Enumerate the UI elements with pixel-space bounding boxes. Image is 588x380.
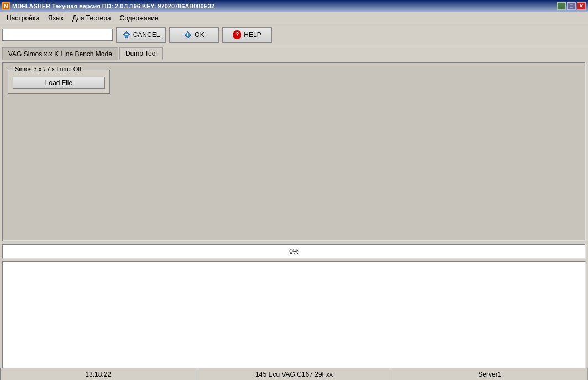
main-panel: Simos 3.x \ 7.x Immo Off Load File bbox=[0, 60, 588, 244]
app-icon: M bbox=[2, 2, 10, 10]
toolbar: CANCEL OK ? HELP bbox=[0, 24, 588, 45]
title-bar-left: M MDFLASHER Текущая версия ПО: 2.0.1.196… bbox=[2, 2, 214, 10]
close-button[interactable]: ✕ bbox=[577, 2, 586, 10]
app-window: M MDFLASHER Текущая версия ПО: 2.0.1.196… bbox=[0, 0, 588, 380]
log-area bbox=[2, 261, 586, 378]
menu-contents[interactable]: Содержание bbox=[116, 13, 163, 23]
status-time: 13:18:22 bbox=[0, 368, 196, 380]
load-file-button[interactable]: Load File bbox=[13, 77, 105, 89]
groupbox-simos-immo: Simos 3.x \ 7.x Immo Off Load File bbox=[8, 70, 110, 94]
content-wrapper: Simos 3.x \ 7.x Immo Off Load File 0% bbox=[0, 60, 588, 380]
restore-button[interactable]: □ bbox=[567, 2, 576, 10]
window-controls: _ □ ✕ bbox=[557, 2, 586, 10]
title-bar: M MDFLASHER Текущая версия ПО: 2.0.1.196… bbox=[0, 0, 588, 12]
cancel-icon bbox=[122, 30, 131, 39]
menu-bar: Настройки Язык Для Тестера Содержание bbox=[0, 12, 588, 24]
tab-dump-tool[interactable]: Dump Tool bbox=[119, 48, 163, 60]
help-button[interactable]: ? HELP bbox=[222, 27, 272, 43]
ok-button[interactable]: OK bbox=[169, 27, 219, 43]
groupbox-label: Simos 3.x \ 7.x Immo Off bbox=[13, 66, 83, 72]
help-icon: ? bbox=[233, 30, 242, 39]
ok-icon bbox=[183, 30, 192, 39]
tab-bar: VAG Simos x.x K Line Bench Mode Dump Too… bbox=[0, 45, 588, 60]
progress-area: 0% bbox=[2, 244, 586, 259]
progress-text: 0% bbox=[289, 247, 298, 255]
toolbar-input[interactable] bbox=[2, 29, 113, 41]
content-panel: Simos 3.x \ 7.x Immo Off Load File bbox=[2, 62, 586, 241]
minimize-button[interactable]: _ bbox=[557, 2, 566, 10]
cancel-button[interactable]: CANCEL bbox=[116, 27, 166, 43]
window-title: MDFLASHER Текущая версия ПО: 2.0.1.196 K… bbox=[12, 3, 214, 9]
menu-settings[interactable]: Настройки bbox=[2, 13, 44, 23]
status-ecu-info: 145 Ecu VAG C167 29Fxx bbox=[196, 368, 392, 380]
menu-tester[interactable]: Для Тестера bbox=[68, 13, 116, 23]
menu-language[interactable]: Язык bbox=[44, 13, 68, 23]
tab-vag-simos[interactable]: VAG Simos x.x K Line Bench Mode bbox=[2, 48, 118, 60]
status-bar: 13:18:22 145 Ecu VAG C167 29Fxx Server1 bbox=[0, 368, 588, 380]
status-server: Server1 bbox=[392, 368, 588, 380]
